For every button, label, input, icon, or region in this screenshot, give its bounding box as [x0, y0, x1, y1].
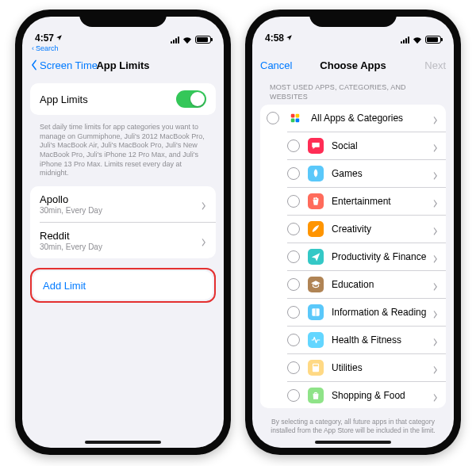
category-radio[interactable] [287, 195, 300, 208]
home-indicator[interactable] [315, 441, 391, 444]
navbar: Cancel Choose Apps Next [252, 52, 454, 78]
chevron-left-icon [30, 59, 38, 71]
creativity-icon [308, 221, 324, 237]
category-radio[interactable] [287, 139, 300, 152]
battery-icon [425, 36, 441, 44]
phone-app-limits: 4:57 ‹ Search [15, 10, 231, 455]
notch [309, 10, 397, 27]
status-time: 4:57 [35, 32, 54, 44]
screen-choose-apps: 4:58 Cancel Ch [252, 17, 454, 448]
category-label: Utilities [332, 362, 432, 373]
limit-name: Apollo [40, 193, 201, 205]
chevron-right-icon [432, 114, 438, 123]
add-limit-highlight: Add Limit [30, 268, 216, 303]
status-time: 4:58 [265, 32, 284, 44]
category-label: Productivity & Finance [332, 251, 432, 262]
category-radio[interactable] [287, 389, 300, 402]
limit-detail: 30min, Every Day [40, 206, 201, 215]
limit-row[interactable]: Reddit30min, Every Day [40, 222, 216, 258]
category-row-social[interactable]: Social [287, 132, 446, 159]
back-button-label: Screen Time [40, 59, 98, 71]
category-radio[interactable] [287, 223, 300, 235]
chevron-right-icon [201, 200, 206, 208]
category-radio[interactable] [267, 112, 279, 124]
health-icon [308, 332, 324, 348]
app-limits-toggle[interactable] [176, 90, 206, 108]
category-label: Social [332, 140, 432, 151]
wifi-icon [413, 36, 422, 44]
category-radio[interactable] [287, 306, 300, 319]
entertainment-icon [308, 193, 324, 209]
chevron-left-icon: ‹ [32, 44, 34, 52]
add-limit-button[interactable]: Add Limit [33, 271, 213, 300]
category-label: Games [332, 168, 432, 179]
category-radio[interactable] [287, 278, 300, 291]
cellular-signal-icon [171, 36, 179, 44]
utilities-icon [308, 360, 324, 376]
chevron-right-icon [432, 253, 438, 262]
category-row-entertainment[interactable]: Entertainment [287, 187, 446, 215]
category-radio[interactable] [287, 167, 300, 180]
education-icon [308, 277, 324, 292]
shopping-icon [308, 388, 324, 403]
chevron-right-icon [432, 281, 438, 289]
category-row-all[interactable]: All Apps & Categories [260, 105, 446, 132]
limit-name: Reddit [40, 230, 201, 242]
category-radio[interactable] [287, 334, 300, 346]
limit-row[interactable]: Apollo30min, Every Day [30, 186, 216, 222]
location-icon [56, 32, 63, 44]
category-row-creativity[interactable]: Creativity [287, 215, 446, 243]
chevron-right-icon [201, 236, 206, 245]
next-button[interactable]: Next [424, 59, 446, 71]
category-radio[interactable] [287, 361, 300, 374]
back-button[interactable]: Screen Time [30, 59, 98, 71]
information-icon [308, 304, 324, 320]
category-row-productivity[interactable]: Productivity & Finance [287, 243, 446, 270]
category-row-information[interactable]: Information & Reading [287, 298, 446, 326]
chevron-right-icon [432, 225, 438, 234]
chevron-right-icon [432, 142, 438, 151]
breadcrumb-label: Search [36, 44, 59, 52]
chevron-right-icon [432, 336, 438, 345]
category-label: All Apps & Categories [311, 113, 432, 124]
chevron-right-icon [432, 364, 438, 372]
category-radio[interactable] [287, 250, 300, 263]
chevron-right-icon [432, 197, 438, 206]
all-icon [287, 110, 303, 126]
app-limits-footer: Set daily time limits for app categories… [30, 120, 216, 186]
notch [79, 10, 167, 27]
games-icon [308, 166, 324, 181]
category-label: Shopping & Food [332, 390, 432, 401]
category-label: Entertainment [332, 196, 432, 207]
battery-icon [195, 36, 211, 44]
category-row-education[interactable]: Education [287, 270, 446, 298]
app-limits-toggle-row[interactable]: App Limits [30, 83, 216, 115]
location-icon [286, 32, 293, 44]
category-row-health[interactable]: Health & Fitness [287, 326, 446, 353]
productivity-icon [308, 249, 324, 265]
app-limits-toggle-group: App Limits [30, 83, 216, 115]
category-label: Creativity [332, 223, 432, 235]
category-list: All Apps & CategoriesSocialGamesEntertai… [260, 105, 446, 408]
home-indicator[interactable] [85, 441, 161, 444]
category-row-games[interactable]: Games [287, 159, 446, 187]
navbar: Screen Time App Limits [22, 52, 224, 78]
chevron-right-icon [432, 170, 438, 178]
cancel-button[interactable]: Cancel [260, 59, 292, 71]
screen-app-limits: 4:57 ‹ Search [22, 17, 224, 448]
limit-detail: 30min, Every Day [40, 243, 201, 251]
category-row-utilities[interactable]: Utilities [287, 353, 446, 381]
add-limit-label: Add Limit [43, 280, 203, 292]
phone-choose-apps: 4:58 Cancel Ch [245, 10, 461, 455]
cellular-signal-icon [401, 36, 409, 44]
app-limits-label: App Limits [40, 94, 176, 105]
category-row-shopping[interactable]: Shopping & Food [287, 381, 446, 408]
section-header: MOST USED APPS, CATEGORIES, AND WEBSITES [260, 78, 446, 105]
wifi-icon [182, 36, 192, 44]
category-label: Information & Reading [332, 307, 432, 318]
chevron-right-icon [432, 308, 438, 317]
chevron-right-icon [432, 392, 438, 400]
breadcrumb[interactable]: ‹ Search [22, 44, 224, 52]
social-icon [308, 138, 324, 154]
category-label: Health & Fitness [332, 334, 432, 346]
